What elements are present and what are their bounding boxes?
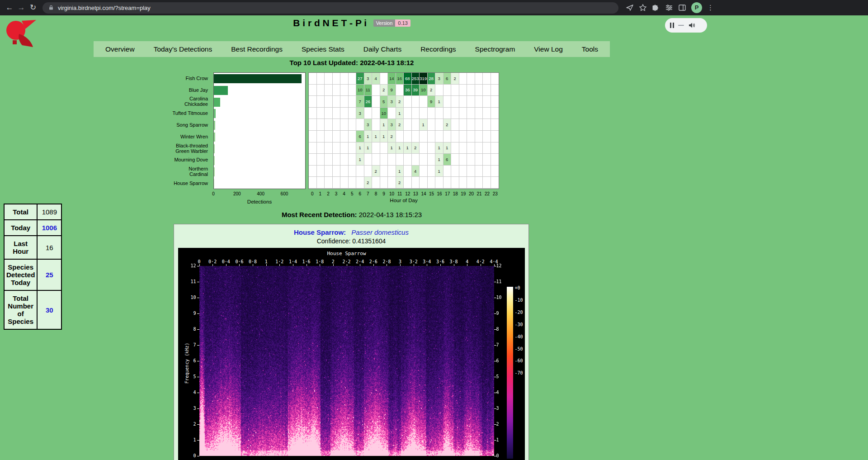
nav-item-today-s-detections[interactable]: Today's Detections xyxy=(144,41,222,57)
stream-audio-player[interactable] xyxy=(665,18,707,33)
heat-cell xyxy=(483,177,491,189)
heat-cell: 1 xyxy=(396,166,404,177)
heat-cell: 7 xyxy=(356,96,364,108)
heat-cell xyxy=(404,108,412,119)
heat-cell: 26 xyxy=(364,96,373,108)
nav-item-daily-charts[interactable]: Daily Charts xyxy=(354,41,411,57)
heat-cell xyxy=(428,108,436,119)
spec-xtick: 1·4 xyxy=(289,259,297,264)
stats-body: Total1089Today1006Last Hour16Species Det… xyxy=(4,204,61,329)
heat-cell xyxy=(475,73,483,85)
species-common-name[interactable]: House Sparrow: xyxy=(294,228,346,236)
tune-icon[interactable] xyxy=(665,4,673,12)
heat-cell xyxy=(443,166,452,177)
heat-xtick: 9 xyxy=(382,191,385,196)
confidence-line: Confidence: 0.41351604 xyxy=(174,237,528,245)
heat-cell xyxy=(340,108,349,119)
heat-cell xyxy=(467,108,475,119)
colorbar-label: -20 xyxy=(515,310,523,315)
heat-cell xyxy=(491,131,499,142)
nav-item-species-stats[interactable]: Species Stats xyxy=(292,41,354,57)
heat-cell: 10 xyxy=(380,108,388,119)
stats-label: Last Hour xyxy=(4,236,37,259)
heat-cell xyxy=(467,177,475,189)
heat-cell: 1 xyxy=(443,142,452,154)
nav-item-recordings[interactable]: Recordings xyxy=(411,41,465,57)
spec-ytick: 11 xyxy=(178,279,196,284)
nav-item-overview[interactable]: Overview xyxy=(96,41,144,57)
stats-value[interactable]: 1006 xyxy=(37,220,61,236)
heat-cell xyxy=(483,119,491,131)
pause-button[interactable] xyxy=(670,23,674,28)
nav-item-view-log[interactable]: View Log xyxy=(524,41,572,57)
heat-cell xyxy=(333,119,341,131)
heat-cell: 6 xyxy=(443,154,452,166)
send-icon[interactable] xyxy=(626,4,634,12)
heat-cell xyxy=(491,142,499,154)
reload-button[interactable]: ↻ xyxy=(27,2,39,14)
heat-cell xyxy=(325,177,333,189)
species-scientific-name[interactable]: Passer domesticus xyxy=(351,228,409,236)
heat-cell xyxy=(428,177,436,189)
heat-cell xyxy=(459,154,467,166)
page-title-row: B i r d N E T - P i Version0.13 xyxy=(0,18,703,28)
heat-xtick: 11 xyxy=(397,191,402,196)
url-text: virginia.birdnetpi.com/?stream=play xyxy=(58,5,151,11)
heat-cell: 1 xyxy=(364,131,373,142)
volume-icon[interactable] xyxy=(688,22,695,29)
chrome-menu-icon[interactable]: ⋮ xyxy=(707,4,714,12)
species-label-black-throated-green-warbler: Black-throated Green Warbler xyxy=(161,142,211,154)
spec-ytick: 0 xyxy=(178,453,196,458)
heat-cell xyxy=(412,177,420,189)
url-bar[interactable]: virginia.birdnetpi.com/?stream=play xyxy=(42,2,618,14)
spec-xtickmark xyxy=(320,264,320,266)
side-panel-icon[interactable] xyxy=(678,4,686,12)
spec-ytick: 11 xyxy=(496,279,502,284)
heat-cell: 6 xyxy=(356,131,364,142)
spec-xtick: 1·8 xyxy=(316,259,324,264)
heat-cell: 10 xyxy=(356,85,364,96)
spec-ytick: 10 xyxy=(178,295,196,300)
spec-xtick: 4 xyxy=(466,259,468,264)
heat-cell: 1 xyxy=(435,96,443,108)
heat-cell xyxy=(325,142,333,154)
heat-cell xyxy=(483,96,491,108)
heat-xtick: 6 xyxy=(359,191,362,196)
nav-item-tools[interactable]: Tools xyxy=(572,41,608,57)
spec-ytickmark xyxy=(494,424,496,425)
heat-cell xyxy=(349,154,357,166)
spec-xtick: 1 xyxy=(265,259,268,264)
nav-item-spectrogram[interactable]: Spectrogram xyxy=(466,41,525,57)
heat-cell xyxy=(420,131,428,142)
stats-value[interactable]: 30 xyxy=(37,290,61,329)
heat-cell xyxy=(428,166,436,177)
stats-value[interactable]: 25 xyxy=(37,259,61,290)
heat-cell xyxy=(333,166,341,177)
spec-xtick: 2·2 xyxy=(342,259,350,264)
heat-xtick: 23 xyxy=(493,191,498,196)
heat-cell: 1 xyxy=(380,131,388,142)
heat-cell xyxy=(309,96,317,108)
heat-cell: 2 xyxy=(412,142,420,154)
heat-cell xyxy=(380,73,388,85)
heat-cell xyxy=(467,154,475,166)
spec-ytick: 9 xyxy=(496,311,499,316)
nav-item-best-recordings[interactable]: Best Recordings xyxy=(222,41,292,57)
heat-cell xyxy=(309,131,317,142)
audio-progress[interactable] xyxy=(678,25,684,26)
heat-cell: 1 xyxy=(420,119,428,131)
stats-label: Today xyxy=(4,220,37,236)
heat-cell xyxy=(483,142,491,154)
bar-fish-crow xyxy=(214,74,302,83)
heat-cell xyxy=(325,85,333,96)
profile-avatar[interactable]: P xyxy=(691,2,702,13)
heat-cell xyxy=(333,73,341,85)
bookmark-star-icon[interactable] xyxy=(639,4,647,12)
spec-ytick: 2 xyxy=(496,422,499,427)
heat-cell: 36 xyxy=(404,85,412,96)
heat-cell xyxy=(491,119,499,131)
extensions-icon[interactable] xyxy=(652,4,660,12)
spectrogram: House Sparrow Frequency (kHz) 00·20·40·6… xyxy=(178,248,525,460)
forward-button[interactable]: → xyxy=(15,2,27,14)
back-button[interactable]: ← xyxy=(4,2,15,14)
